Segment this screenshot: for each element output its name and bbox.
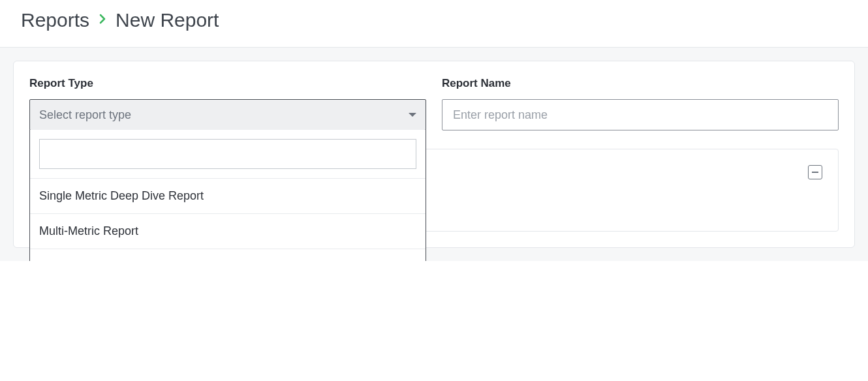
report-form-card: Report Type Select report type Single Me… (13, 61, 855, 248)
report-type-select: Select report type Single Metric Deep Di… (29, 99, 426, 130)
breadcrumb-current: New Report (116, 9, 219, 31)
report-type-placeholder: Select report type (39, 108, 131, 122)
caret-down-icon (409, 113, 416, 117)
breadcrumb-parent-link[interactable]: Reports (21, 9, 89, 31)
page-header: Reports New Report (0, 0, 868, 48)
content-area: Report Type Select report type Single Me… (0, 48, 868, 261)
report-type-trigger[interactable]: Select report type (29, 99, 426, 130)
breadcrumb: Reports New Report (21, 9, 847, 31)
chevron-right-icon (99, 13, 106, 27)
dropdown-option[interactable]: Campaign Performance Report (30, 249, 426, 261)
dropdown-search-input[interactable] (39, 139, 416, 169)
dropdown-option[interactable]: Single Metric Deep Dive Report (30, 178, 426, 213)
report-type-label: Report Type (29, 77, 426, 90)
dropdown-list: Single Metric Deep Dive Report Multi-Met… (30, 178, 426, 261)
dropdown-option[interactable]: Multi-Metric Report (30, 213, 426, 249)
report-name-label: Report Name (442, 77, 839, 90)
report-type-dropdown: Single Metric Deep Dive Report Multi-Met… (29, 130, 426, 261)
minus-icon (812, 172, 818, 173)
collapse-toggle-button[interactable] (808, 165, 822, 179)
report-name-input[interactable] (442, 99, 839, 130)
